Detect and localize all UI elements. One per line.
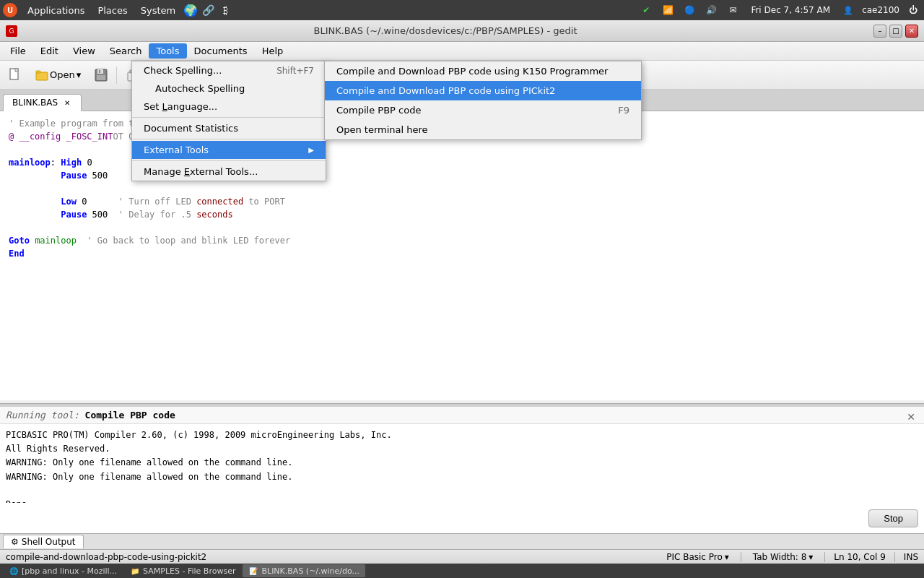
compile-pbp-label: Compile PBP code [336,105,421,116]
code-line-8: End [9,249,25,259]
open-button[interactable]: Open ▾ [29,66,87,84]
status-sep-1 [741,552,741,562]
documents-menu[interactable]: Documents [187,43,255,59]
tab-width-selector[interactable]: Tab Width: 8 ▾ [750,551,816,563]
applications-menu[interactable]: Applications [22,4,90,17]
shell-output-tab[interactable]: ⚙ Shell Output [3,535,84,548]
open-folder-icon [35,69,48,81]
maximize-button[interactable]: □ [889,25,902,38]
network-icon[interactable]: 🔗 [200,2,216,18]
status-icon-green: ✔ [638,2,654,18]
mozilla-taskbar-item[interactable]: 🌐 [pbp and linux - Mozill... [3,564,123,577]
edit-menu[interactable]: Edit [33,43,66,59]
code-line-4: Pause 500 [9,171,108,181]
bluetooth-sys-icon[interactable]: 🔵 [681,2,697,18]
mozilla-label: [pbp and linux - Mozill... [22,566,117,576]
code-line-5: Low 0 ' Turn off LED connected to PORT [9,197,285,207]
doc-statistics-item[interactable]: Document Statistics [132,119,326,137]
save-button[interactable] [89,64,113,87]
status-left-text: compile-and-download-pbp-code-using-pick… [6,552,206,562]
tab-close-button[interactable]: ✕ [62,98,72,108]
new-button[interactable] [3,64,27,87]
status-left: compile-and-download-pbp-code-using-pick… [6,552,663,562]
svg-rect-6 [99,70,100,73]
external-tools-item[interactable]: External Tools ▶ [132,141,326,159]
running-tool-value: Compile PBP code [85,410,175,420]
status-sep-3 [894,552,895,562]
new-file-icon [8,68,22,82]
user-icon[interactable]: 👤 [840,2,856,18]
gedit-taskbar-label: BLINK.BAS (~/.wine/do... [261,566,359,576]
search-menu[interactable]: Search [103,43,149,59]
taskbar: 🌐 [pbp and linux - Mozill... 📁 SAMPLES -… [0,564,924,578]
ubuntu-logo[interactable]: U [3,3,17,17]
open-terminal-item[interactable]: Open terminal here [325,120,641,139]
datetime[interactable]: Fri Dec 7, 4:57 AM [746,5,834,15]
autocheck-spelling-item[interactable]: Autocheck Spelling [132,79,326,98]
file-browser-taskbar-item[interactable]: 📁 SAMPLES - File Browser [124,564,241,577]
minimize-button[interactable]: – [873,25,886,38]
external-tools-submenu: Compile and Download PBP code using K150… [324,61,642,140]
cursor-position: Ln 10, Col 9 [834,552,886,562]
doc-statistics-label: Document Statistics [144,123,238,134]
signal-icon[interactable]: 📶 [660,2,676,18]
compile-pickit2-label: Compile and Download PBP code using PICk… [336,85,555,96]
language-label: PIC Basic Pro [666,552,723,562]
autocheck-spelling-label: Autocheck Spelling [155,83,245,94]
system-menu[interactable]: System [135,4,181,17]
running-tool-bar: Running tool: Compile PBP code [0,407,924,424]
shell-icon: ⚙ [11,537,19,547]
compile-pickit2-item[interactable]: Compile and Download PBP code using PICk… [325,81,641,100]
menu-separator-2 [132,139,326,139]
code-line-6: Pause 500 ' Delay for .5 seconds [9,210,233,220]
power-icon[interactable]: ⏻ [905,2,921,18]
status-right: PIC Basic Pro ▾ Tab Width: 8 ▾ Ln 10, Co… [663,551,918,563]
language-selector[interactable]: PIC Basic Pro ▾ [663,551,732,563]
file-menu[interactable]: File [3,43,33,59]
open-dropdown-arrow[interactable]: ▾ [77,69,82,80]
file-browser-label: SAMPLES - File Browser [143,566,235,576]
set-language-label: Set Language... [144,101,217,112]
running-tool-label: Running tool: [6,410,79,420]
system-bar: U Applications Places System 🌍 🔗 ₿ ✔ 📶 🔵… [0,0,924,20]
code-line-7: Goto mainloop ' Go back to loop and blin… [9,236,290,246]
title-bar: G BLINK.BAS (~/.wine/dosdevices/c:/PBP/S… [0,20,924,42]
blink-bas-tab[interactable]: BLINK.BAS ✕ [3,94,82,111]
firefox-icon[interactable]: 🌍 [183,2,199,18]
tools-menu[interactable]: Tools [149,43,186,59]
gedit-taskbar-icon: 📝 [248,566,258,576]
ins-indicator: INS [904,552,918,562]
tab-width-arrow: ▾ [808,552,813,562]
window-title: BLINK.BAS (~/.wine/dosdevices/c:/PBP/SAM… [17,25,873,36]
shell-tab-label: Shell Output [22,537,76,547]
bluetooth-icon[interactable]: ₿ [217,2,233,18]
tools-dropdown-menu: Check Spelling... Shift+F7 Autocheck Spe… [131,61,326,181]
mail-icon[interactable]: ✉ [725,2,741,18]
check-spelling-item[interactable]: Check Spelling... Shift+F7 [132,61,326,79]
view-menu[interactable]: View [66,43,103,59]
tab-filename: BLINK.BAS [12,98,58,108]
gedit-taskbar-item[interactable]: 📝 BLINK.BAS (~/.wine/do... [243,564,365,577]
output-panel: Running tool: Compile PBP code ✕ PICBASI… [0,403,924,533]
submenu-arrow-icon: ▶ [308,146,314,154]
volume-icon[interactable]: 🔊 [703,2,719,18]
check-spelling-shortcut: Shift+F7 [276,66,314,76]
separator-1 [116,66,117,84]
open-terminal-label: Open terminal here [336,124,428,135]
output-close-button[interactable]: ✕ [904,410,918,424]
status-bar: compile-and-download-pbp-code-using-pick… [0,549,924,564]
close-button[interactable]: ✕ [905,25,918,38]
menu-separator-1 [132,117,326,118]
help-menu[interactable]: Help [255,43,291,59]
set-language-item[interactable]: Set Language... [132,98,326,116]
stop-button[interactable]: Stop [868,509,918,527]
manage-external-tools-item[interactable]: Manage External Tools... [132,163,326,181]
compile-pbp-item[interactable]: Compile PBP code F9 [325,100,641,120]
svg-rect-1 [36,72,48,80]
mozilla-icon: 🌐 [9,566,19,576]
tab-width-label: Tab Width: 8 [753,552,806,562]
places-menu[interactable]: Places [92,4,133,17]
menu-separator-3 [132,160,326,161]
code-line-3: mainloop: High 0 [9,158,92,168]
compile-k150-item[interactable]: Compile and Download PBP code using K150… [325,61,641,81]
